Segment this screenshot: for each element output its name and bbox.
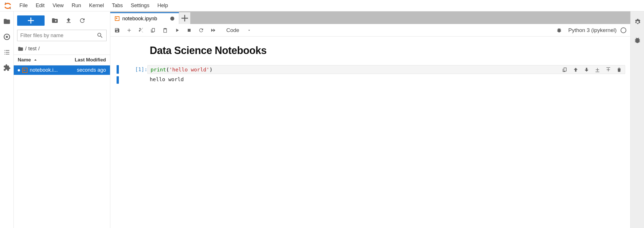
cell-type-label: Code bbox=[226, 27, 239, 33]
run-all-icon[interactable] bbox=[210, 27, 216, 33]
insert-cell-icon[interactable] bbox=[126, 27, 132, 33]
menu-help[interactable]: Help bbox=[153, 0, 172, 11]
dirty-indicator-icon bbox=[18, 69, 20, 71]
file-browser-toolbar bbox=[14, 11, 110, 29]
cell-output: hello world bbox=[117, 76, 625, 84]
svg-rect-4 bbox=[188, 29, 191, 32]
output-text: hello world bbox=[147, 76, 184, 84]
menu-view[interactable]: View bbox=[49, 0, 68, 11]
folder-icon bbox=[18, 46, 23, 52]
svg-point-1 bbox=[10, 8, 11, 9]
breadcrumb-segment[interactable]: test bbox=[28, 46, 37, 52]
dirty-indicator-icon bbox=[170, 17, 174, 21]
main-dock: notebook.ipynb Code Python 3 (ipykernel) bbox=[110, 11, 630, 228]
cell-action-bar bbox=[562, 67, 622, 73]
extensions-icon[interactable] bbox=[3, 64, 11, 71]
cut-icon[interactable] bbox=[138, 27, 144, 33]
sort-by-modified[interactable]: Last Modified bbox=[75, 57, 106, 63]
cell-code: print('hello world') bbox=[151, 67, 213, 73]
cell-active-indicator bbox=[117, 76, 119, 84]
folder-icon[interactable] bbox=[3, 18, 11, 25]
menu-file[interactable]: File bbox=[15, 0, 32, 11]
kernel-name[interactable]: Python 3 (ipykernel) bbox=[568, 27, 626, 33]
run-icon[interactable] bbox=[174, 27, 180, 33]
file-list-header: Name Last Modified bbox=[14, 55, 110, 65]
copy-icon[interactable] bbox=[150, 27, 156, 33]
notebook-icon bbox=[22, 68, 27, 73]
tab-bar: notebook.ipynb bbox=[110, 11, 630, 24]
header-name-label: Name bbox=[18, 57, 31, 63]
chevron-down-icon bbox=[247, 28, 251, 32]
delete-icon[interactable] bbox=[616, 67, 622, 73]
refresh-icon[interactable] bbox=[79, 17, 86, 24]
menu-kernel[interactable]: Kernel bbox=[85, 0, 108, 11]
add-tab-button[interactable] bbox=[179, 12, 190, 24]
paste-icon[interactable] bbox=[162, 27, 168, 33]
file-browser: / test / Name Last Modified notebook.i..… bbox=[14, 11, 110, 228]
kernel-status-icon bbox=[621, 27, 626, 33]
move-up-icon[interactable] bbox=[573, 67, 579, 73]
interrupt-icon[interactable] bbox=[186, 27, 192, 33]
search-icon bbox=[97, 32, 103, 39]
kernel-label: Python 3 (ipykernel) bbox=[568, 27, 617, 33]
tab-notebook[interactable]: notebook.ipynb bbox=[110, 12, 179, 24]
new-launcher-button[interactable] bbox=[17, 15, 45, 26]
new-folder-icon[interactable] bbox=[51, 17, 58, 24]
notebook-body[interactable]: Data Science Notebooks [1]: print('hello… bbox=[110, 37, 630, 228]
debugger-icon[interactable] bbox=[634, 37, 641, 44]
output-prompt-spacer bbox=[129, 76, 147, 84]
filter-files-input[interactable] bbox=[20, 33, 97, 39]
file-name: notebook.i... bbox=[30, 67, 58, 73]
insert-below-icon[interactable] bbox=[605, 67, 611, 73]
jupyter-logo bbox=[3, 1, 12, 10]
filter-files-wrap bbox=[17, 30, 107, 41]
notebook-title: Data Science Notebooks bbox=[150, 45, 625, 57]
sort-by-name[interactable]: Name bbox=[18, 57, 38, 63]
activity-bar-right bbox=[630, 11, 644, 228]
menubar: File Edit View Run Kernel Tabs Settings … bbox=[0, 0, 644, 11]
activity-bar-left bbox=[0, 11, 14, 228]
code-cell[interactable]: [1]: print('hello world') bbox=[117, 65, 625, 74]
menu-settings[interactable]: Settings bbox=[127, 0, 153, 11]
notebook-icon bbox=[115, 16, 119, 21]
toc-icon[interactable] bbox=[3, 49, 11, 56]
file-row[interactable]: notebook.i... seconds ago bbox=[14, 65, 110, 75]
bug-icon[interactable] bbox=[556, 27, 562, 33]
running-icon[interactable] bbox=[3, 33, 11, 41]
menu-run[interactable]: Run bbox=[68, 0, 85, 11]
svg-rect-3 bbox=[6, 36, 8, 38]
upload-icon[interactable] bbox=[65, 17, 72, 24]
breadcrumb[interactable]: / test / bbox=[14, 45, 110, 55]
menu-tabs[interactable]: Tabs bbox=[108, 0, 127, 11]
property-inspector-icon[interactable] bbox=[634, 18, 641, 25]
duplicate-icon[interactable] bbox=[562, 67, 568, 73]
notebook-toolbar: Code Python 3 (ipykernel) bbox=[110, 24, 630, 37]
cell-prompt: [1]: bbox=[129, 65, 147, 72]
file-modified: seconds ago bbox=[77, 67, 106, 73]
restart-icon[interactable] bbox=[198, 27, 204, 33]
breadcrumb-sep: / bbox=[25, 46, 27, 52]
sort-asc-icon bbox=[33, 57, 38, 63]
cell-active-indicator bbox=[117, 65, 119, 74]
cell-type-select[interactable]: Code bbox=[226, 27, 251, 33]
save-icon[interactable] bbox=[114, 27, 120, 33]
cell-input[interactable]: print('hello world') bbox=[147, 65, 625, 74]
move-down-icon[interactable] bbox=[584, 67, 589, 73]
tab-title: notebook.ipynb bbox=[122, 16, 157, 22]
menu-edit[interactable]: Edit bbox=[32, 0, 49, 11]
breadcrumb-sep: / bbox=[38, 46, 40, 52]
insert-above-icon[interactable] bbox=[595, 67, 600, 73]
